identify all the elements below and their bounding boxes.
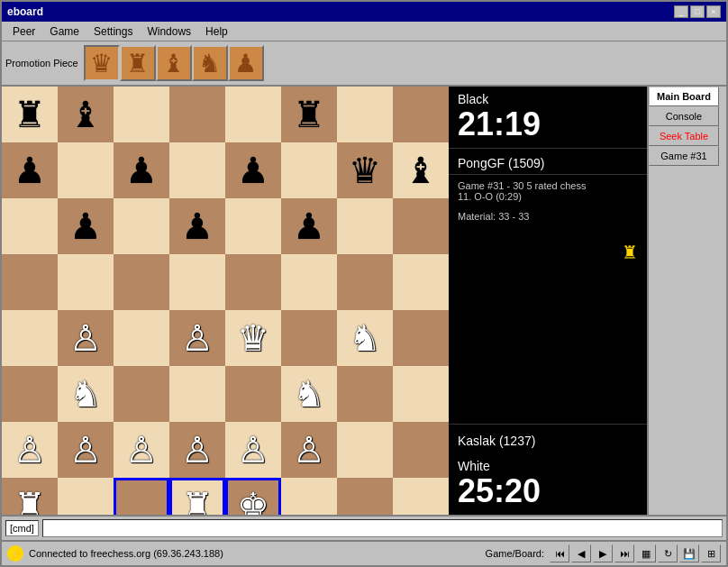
sidebar-seek-table[interactable]: Seek Table bbox=[649, 126, 719, 146]
menu-game[interactable]: Game bbox=[42, 23, 86, 40]
cell-2-4[interactable] bbox=[225, 198, 281, 254]
cell-5-1[interactable]: ♞ bbox=[58, 366, 114, 422]
black-timer: 21:19 bbox=[458, 106, 638, 142]
sidebar-console[interactable]: Console bbox=[649, 106, 719, 126]
cell-4-7[interactable] bbox=[393, 310, 449, 366]
cell-1-3[interactable] bbox=[169, 142, 225, 198]
sidebar-main-board[interactable]: Main Board bbox=[649, 87, 719, 106]
cell-3-2[interactable] bbox=[114, 254, 169, 310]
cell-6-3[interactable]: ♙ bbox=[169, 422, 225, 478]
cell-3-5[interactable] bbox=[281, 254, 337, 310]
cell-7-0[interactable]: ♜ bbox=[2, 478, 58, 515]
cell-4-4[interactable]: ♛ bbox=[225, 310, 281, 366]
maximize-button[interactable]: □ bbox=[690, 5, 705, 18]
menu-peer[interactable]: Peer bbox=[5, 23, 42, 40]
menu-settings[interactable]: Settings bbox=[86, 23, 140, 40]
cell-0-7[interactable] bbox=[393, 87, 449, 142]
cell-4-2[interactable] bbox=[114, 310, 169, 366]
cell-2-5[interactable]: ♟ bbox=[281, 198, 337, 254]
cell-3-3[interactable] bbox=[169, 254, 225, 310]
cell-5-4[interactable] bbox=[225, 366, 281, 422]
cell-3-4[interactable] bbox=[225, 254, 281, 310]
cell-3-6[interactable] bbox=[337, 254, 393, 310]
board-view-button[interactable]: ▦ bbox=[636, 544, 656, 562]
promo-knight-button[interactable]: ♞ bbox=[192, 45, 228, 81]
cell-7-7[interactable] bbox=[393, 478, 449, 515]
cell-5-3[interactable] bbox=[169, 366, 225, 422]
menu-windows[interactable]: Windows bbox=[140, 23, 198, 40]
sidebar-game31[interactable]: Game #31 bbox=[649, 146, 719, 166]
cell-7-6[interactable] bbox=[337, 478, 393, 515]
cell-1-1[interactable] bbox=[58, 142, 114, 198]
cell-5-5[interactable]: ♞ bbox=[281, 366, 337, 422]
extra-button[interactable]: ⊞ bbox=[701, 544, 721, 562]
piece-5-1: ♞ bbox=[69, 376, 102, 412]
cell-3-1[interactable] bbox=[58, 254, 114, 310]
cell-0-6[interactable] bbox=[337, 87, 393, 142]
promo-pawn-button[interactable]: ♟ bbox=[228, 45, 264, 81]
command-bar: [cmd] bbox=[2, 515, 726, 540]
menu-help[interactable]: Help bbox=[198, 23, 235, 40]
cell-6-1[interactable]: ♙ bbox=[58, 422, 114, 478]
cell-5-2[interactable] bbox=[114, 366, 169, 422]
cell-0-4[interactable] bbox=[225, 87, 281, 142]
piece-4-4: ♛ bbox=[237, 320, 269, 356]
cell-5-7[interactable] bbox=[393, 366, 449, 422]
chess-board[interactable]: ♜♝♜♟♟♟♛♝♟♟♟♙♙♛♞♞♞♙♙♙♙♙♙♜♜♚ bbox=[2, 87, 449, 515]
cell-0-0[interactable]: ♜ bbox=[2, 87, 58, 142]
cell-6-4[interactable]: ♙ bbox=[225, 422, 281, 478]
cmd-input[interactable] bbox=[42, 519, 723, 537]
cell-1-6[interactable]: ♛ bbox=[337, 142, 393, 198]
cell-6-7[interactable] bbox=[393, 422, 449, 478]
save-button[interactable]: 💾 bbox=[679, 544, 699, 562]
cell-1-2[interactable]: ♟ bbox=[114, 142, 169, 198]
first-move-button[interactable]: ⏮ bbox=[550, 544, 569, 562]
next-move-button[interactable]: ▶ bbox=[593, 544, 613, 562]
cell-4-5[interactable] bbox=[281, 310, 337, 366]
cell-7-5[interactable] bbox=[281, 478, 337, 515]
cell-2-2[interactable] bbox=[114, 198, 169, 254]
last-move-button[interactable]: ⏭ bbox=[614, 544, 634, 562]
main-window: eboard _ □ × Peer Game Settings Windows … bbox=[0, 0, 728, 567]
minimize-button[interactable]: _ bbox=[674, 5, 688, 18]
cell-7-2[interactable] bbox=[114, 478, 169, 515]
cell-2-0[interactable] bbox=[2, 198, 58, 254]
cell-7-4[interactable]: ♚ bbox=[225, 478, 281, 515]
prev-move-button[interactable]: ◀ bbox=[571, 544, 591, 562]
cell-4-0[interactable] bbox=[2, 310, 58, 366]
cell-6-0[interactable]: ♙ bbox=[2, 422, 58, 478]
cell-6-5[interactable]: ♙ bbox=[281, 422, 337, 478]
cell-1-4[interactable]: ♟ bbox=[225, 142, 281, 198]
refresh-button[interactable]: ↻ bbox=[658, 544, 678, 562]
cell-6-2[interactable]: ♙ bbox=[114, 422, 169, 478]
cell-1-0[interactable]: ♟ bbox=[2, 142, 58, 198]
piece-2-3: ♟ bbox=[181, 208, 214, 244]
cell-0-2[interactable] bbox=[114, 87, 169, 142]
cell-5-0[interactable] bbox=[2, 366, 58, 422]
cell-4-6[interactable]: ♞ bbox=[337, 310, 393, 366]
cell-3-7[interactable] bbox=[393, 254, 449, 310]
cell-7-3[interactable]: ♜ bbox=[169, 478, 225, 515]
promo-queen-button[interactable]: ♛ bbox=[84, 45, 120, 81]
cell-1-7[interactable]: ♝ bbox=[393, 142, 449, 198]
cell-7-1[interactable] bbox=[58, 478, 114, 515]
cell-0-5[interactable]: ♜ bbox=[281, 87, 337, 142]
cell-0-3[interactable] bbox=[169, 87, 225, 142]
cell-2-3[interactable]: ♟ bbox=[169, 198, 225, 254]
close-button[interactable]: × bbox=[706, 5, 721, 18]
game-info-line1: Game #31 - 30 5 rated chess bbox=[458, 180, 638, 191]
cell-1-5[interactable] bbox=[281, 142, 337, 198]
cell-4-3[interactable]: ♙ bbox=[169, 310, 225, 366]
black-player-name: PongGF (1509) bbox=[458, 156, 638, 170]
cell-2-7[interactable] bbox=[393, 198, 449, 254]
cell-5-6[interactable] bbox=[337, 366, 393, 422]
cell-0-1[interactable]: ♝ bbox=[58, 87, 114, 142]
cell-3-0[interactable] bbox=[2, 254, 58, 310]
promo-rook-button[interactable]: ♜ bbox=[120, 45, 156, 81]
cell-2-6[interactable] bbox=[337, 198, 393, 254]
cell-2-1[interactable]: ♟ bbox=[58, 198, 114, 254]
cell-4-1[interactable]: ♙ bbox=[58, 310, 114, 366]
promo-bishop-button[interactable]: ♝ bbox=[156, 45, 192, 81]
cell-6-6[interactable] bbox=[337, 422, 393, 478]
content-area: ♜♝♜♟♟♟♛♝♟♟♟♙♙♛♞♞♞♙♙♙♙♙♙♜♜♚ Black 21:19 P… bbox=[2, 87, 726, 515]
